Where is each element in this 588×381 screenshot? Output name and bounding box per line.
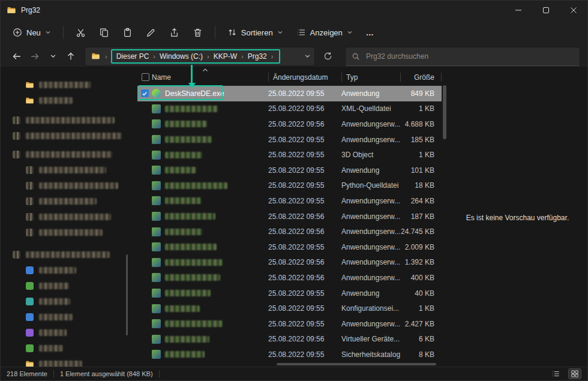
file-row[interactable]: 25.08.2022 09:55 Python-Quelldatei 18 KB [137,178,442,194]
sidebar-item[interactable] [3,147,126,162]
file-row[interactable]: 25.08.2022 09:56 Anwendungserw... 1.392 … [137,255,442,271]
sort-arrows-icon [227,28,237,37]
sidebar-item-label-redacted [39,329,67,336]
chevron-down-icon [277,29,283,35]
file-type: Anwendungserw... [341,212,400,221]
new-button-label: Neu [26,28,41,37]
file-date: 25.08.2022 09:55 [268,304,341,313]
copy-button[interactable] [93,23,115,42]
sidebar-item-icon [25,266,34,275]
vertical-scrollbar[interactable] [443,85,446,139]
file-row[interactable]: 25.08.2022 09:55 Anwendungserw... 264 KB [137,193,442,209]
file-row[interactable]: 25.08.2022 09:55 Anwendungserw... 2.427 … [137,316,442,332]
file-row[interactable]: DeskShareDE.exe 25.08.2022 09:55 Anwendu… [137,86,442,101]
sidebar-item[interactable] [3,113,126,128]
file-name-redacted [165,182,227,189]
sidebar-item-icon [11,150,21,160]
file-row[interactable]: 25.08.2022 09:56 Anwendungserw... 187 KB [137,209,442,224]
sidebar-item-icon [25,228,34,238]
details-view-icon[interactable] [549,368,562,379]
file-row[interactable]: 25.08.2022 09:56 Anwendungserw... 24.745… [137,224,442,239]
share-button[interactable] [163,23,185,42]
file-row[interactable]: 25.08.2022 09:56 Anwendungserw... 4.688 … [137,116,442,132]
address-dropdown-icon[interactable] [304,53,311,59]
sidebar-item[interactable] [3,209,126,224]
sidebar-scrollbar[interactable] [126,254,128,335]
breadcrumb-item[interactable]: Prg32 [246,51,269,62]
sidebar-item-icon [25,212,34,222]
breadcrumb-item[interactable]: Dieser PC [115,51,151,62]
column-header-type[interactable]: Typ [341,68,400,86]
explorer-window: Prg32 Neu Sortieren Anzeigen [0,0,588,381]
refresh-button[interactable] [319,47,337,65]
file-row[interactable]: 25.08.2022 09:55 3D Object 1 KB [137,147,442,163]
delete-button[interactable] [187,23,209,42]
file-row[interactable]: 25.08.2022 09:55 Konfigurationsei... 1 K… [137,301,442,316]
file-type: Anwendungserw... [341,136,400,144]
paste-button[interactable] [116,23,139,42]
search-box[interactable] [345,47,580,66]
file-row[interactable]: 25.08.2022 09:55 Anwendung 40 KB [137,286,442,301]
plus-circle-icon [13,28,22,37]
sidebar-item[interactable] [3,163,126,178]
column-header-date[interactable]: Änderungsdatum [268,68,341,86]
sidebar-item[interactable] [3,77,126,92]
horizontal-scrollbar[interactable] [277,363,436,365]
sidebar-item[interactable] [3,278,126,293]
file-type: Python-Quelldatei [341,181,400,190]
file-date: 25.08.2022 09:56 [268,274,341,282]
sidebar-item[interactable] [3,310,126,325]
file-date: 25.08.2022 09:55 [268,136,341,144]
large-icons-view-icon[interactable] [568,368,581,379]
minimize-button[interactable] [505,1,532,20]
sidebar-item[interactable] [3,294,126,309]
file-row[interactable]: 25.08.2022 09:56 XML-Quelldatei 1 KB [137,101,442,117]
view-button[interactable]: Anzeigen [290,23,359,41]
recent-locations-button[interactable] [44,47,62,65]
sidebar-item[interactable] [3,225,126,240]
breadcrumb-item[interactable]: KKP-W [212,51,239,62]
row-checkbox[interactable] [141,89,149,97]
file-name-redacted [165,336,209,343]
file-row[interactable]: 25.08.2022 09:55 Anwendung 101 KB [137,163,442,178]
file-name-redacted [165,136,212,143]
breadcrumb-item[interactable]: Windows (C:) [158,51,205,62]
cut-button[interactable] [70,23,92,42]
sort-button[interactable]: Sortieren [221,23,289,41]
sidebar-item[interactable] [3,128,126,143]
close-button[interactable] [560,1,587,20]
maximize-button[interactable] [532,1,560,20]
file-row[interactable]: 25.08.2022 09:56 Anwendungserw... 400 KB [137,270,442,286]
sidebar-item[interactable] [3,325,126,340]
rename-button[interactable] [140,23,162,42]
select-all-checkbox[interactable] [142,73,149,81]
search-input[interactable] [365,52,574,61]
file-row[interactable]: 25.08.2022 09:56 Virtueller Geräte... 6 … [137,332,442,347]
toolbar: Neu Sortieren Anzeigen … [1,20,587,45]
file-icon [152,196,161,205]
sidebar-item[interactable] [3,247,126,262]
breadcrumb-separator: › [105,53,107,60]
sidebar-item-icon [25,181,34,191]
address-bar[interactable]: › Dieser PC›Windows (C:)›KKP-W›Prg32› [85,47,315,66]
file-name-redacted [165,259,223,266]
sidebar-item[interactable] [3,178,126,193]
new-button[interactable]: Neu [7,23,57,41]
sidebar-item[interactable] [3,356,126,367]
column-header-size[interactable]: Größe [400,68,442,86]
file-row[interactable]: 25.08.2022 09:55 Anwendungserw... 2.009 … [137,239,442,255]
sidebar-item[interactable] [3,341,126,356]
sidebar-item[interactable] [3,93,126,108]
sidebar-item-icon [25,344,34,353]
more-button[interactable]: … [360,24,381,41]
forward-button[interactable] [26,47,44,65]
sidebar-item[interactable] [3,263,126,278]
column-header-name[interactable]: Name [152,68,268,86]
file-row[interactable]: 25.08.2022 09:55 Anwendungserw... 185 KB [137,132,442,148]
file-size: 187 KB [400,212,442,221]
file-row[interactable]: 25.08.2022 09:55 Sicherheitskatalog 8 KB [137,347,442,362]
up-button[interactable] [62,47,80,65]
back-button[interactable] [8,47,26,65]
header-checkbox-cell[interactable] [137,68,152,86]
sidebar-item[interactable] [3,194,126,209]
